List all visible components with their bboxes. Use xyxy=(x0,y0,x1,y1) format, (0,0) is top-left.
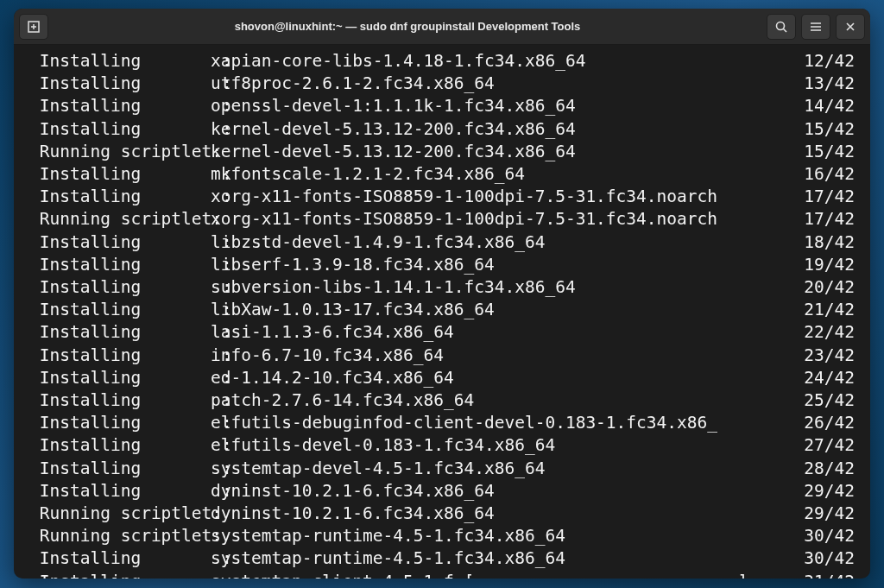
status-label: Installing : xyxy=(29,95,211,117)
progress-count: 20/42 xyxy=(801,276,855,299)
status-label: Installing : xyxy=(29,254,211,276)
output-line: Running scriptlet: kernel-devel-5.13.12-… xyxy=(29,141,855,163)
status-label: Installing : xyxy=(29,163,211,186)
output-line: Running scriptlet: systemtap-runtime-4.5… xyxy=(29,525,855,547)
status-label: Installing : xyxy=(29,547,211,570)
status-label: Installing : xyxy=(29,118,211,141)
output-line: Installing : libzstd-devel-1.4.9-1.fc34.… xyxy=(29,231,855,254)
output-line: Installing : kernel-devel-5.13.12-200.fc… xyxy=(29,118,855,141)
package-name: dyninst-10.2.1-6.fc34.x86_64 xyxy=(211,480,801,503)
output-line: Installing : lasi-1.1.3-6.fc34.x86_6422/… xyxy=(29,321,855,344)
status-label: Installing : xyxy=(29,50,211,73)
output-line: Installing : elfutils-devel-0.183-1.fc34… xyxy=(29,434,855,457)
status-label: Running scriptlet: xyxy=(29,525,211,547)
package-name: libserf-1.3.9-18.fc34.x86_64 xyxy=(211,254,801,276)
titlebar: shovon@linuxhint:~ — sudo dnf groupinsta… xyxy=(14,9,870,45)
output-line: Installing : dyninst-10.2.1-6.fc34.x86_6… xyxy=(29,480,855,503)
new-tab-button[interactable] xyxy=(19,14,48,40)
progress-count: 30/42 xyxy=(801,525,855,547)
package-name: mkfontscale-1.2.1-2.fc34.x86_64 xyxy=(211,163,801,186)
output-line: Running scriptlet: xorg-x11-fonts-ISO885… xyxy=(29,208,855,231)
output-line: Installing : patch-2.7.6-14.fc34.x86_642… xyxy=(29,389,855,412)
package-name: kernel-devel-5.13.12-200.fc34.x86_64 xyxy=(211,141,801,163)
status-label: Installing : xyxy=(29,480,211,503)
status-label: Installing : xyxy=(29,186,211,208)
output-line: Installing : libserf-1.3.9-18.fc34.x86_6… xyxy=(29,254,855,276)
progress-count: 26/42 xyxy=(801,412,855,434)
progress-count: 28/42 xyxy=(801,458,855,480)
close-icon xyxy=(843,20,857,34)
status-label: Installing : xyxy=(29,458,211,480)
progress-count: 12/42 xyxy=(801,50,855,73)
progress-count: 31/42 xyxy=(801,571,855,579)
svg-point-3 xyxy=(777,22,785,29)
package-name: systemtap-runtime-4.5-1.fc34.x86_64 xyxy=(211,525,801,547)
output-line: Installing : info-6.7-10.fc34.x86_6423/4… xyxy=(29,345,855,367)
search-button[interactable] xyxy=(767,14,796,40)
output-line: Installing : systemtap-runtime-4.5-1.fc3… xyxy=(29,547,855,570)
progress-count: 25/42 xyxy=(801,389,855,412)
package-name: libzstd-devel-1.4.9-1.fc34.x86_64 xyxy=(211,231,801,254)
package-name: kernel-devel-5.13.12-200.fc34.x86_64 xyxy=(211,118,801,141)
package-name: subversion-libs-1.14.1-1.fc34.x86_64 xyxy=(211,276,801,299)
output-line: Installing : xorg-x11-fonts-ISO8859-1-10… xyxy=(29,186,855,208)
progress-count: 17/42 xyxy=(801,208,855,231)
package-name: dyninst-10.2.1-6.fc34.x86_64 xyxy=(211,503,801,525)
progress-count: 30/42 xyxy=(801,547,855,570)
progress-count: 17/42 xyxy=(801,186,855,208)
progress-count: 27/42 xyxy=(801,434,855,457)
package-name: systemtap-runtime-4.5-1.fc34.x86_64 xyxy=(211,547,801,570)
status-label: Installing : xyxy=(29,434,211,457)
package-name: xapian-core-libs-1.4.18-1.fc34.x86_64 xyxy=(211,50,801,73)
progress-count: 29/42 xyxy=(801,480,855,503)
hamburger-icon xyxy=(809,20,823,34)
package-name: patch-2.7.6-14.fc34.x86_64 xyxy=(211,389,801,412)
status-label: Installing : xyxy=(29,389,211,412)
package-name: elfutils-devel-0.183-1.fc34.x86_64 xyxy=(211,434,801,457)
output-line: Installing : openssl-devel-1:1.1.1k-1.fc… xyxy=(29,95,855,117)
status-label: Installing : xyxy=(29,231,211,254)
status-label: Installing : xyxy=(29,345,211,367)
status-label: Installing : xyxy=(29,571,211,579)
menu-button[interactable] xyxy=(801,14,830,40)
progress-count: 16/42 xyxy=(801,163,855,186)
status-label: Installing : xyxy=(29,276,211,299)
window-controls xyxy=(767,14,865,40)
status-label: Running scriptlet: xyxy=(29,503,211,525)
output-line: Installing : subversion-libs-1.14.1-1.fc… xyxy=(29,276,855,299)
package-name: xorg-x11-fonts-ISO8859-1-100dpi-7.5-31.f… xyxy=(211,208,801,231)
progress-count: 18/42 xyxy=(801,231,855,254)
package-name: elfutils-debuginfod-client-devel-0.183-1… xyxy=(211,412,801,434)
search-icon xyxy=(774,20,788,34)
progress-count: 14/42 xyxy=(801,95,855,117)
progress-count: 19/42 xyxy=(801,254,855,276)
package-name: xorg-x11-fonts-ISO8859-1-100dpi-7.5-31.f… xyxy=(211,186,801,208)
package-name: info-6.7-10.fc34.x86_64 xyxy=(211,345,801,367)
output-line: Installing : systemtap-client-4.5-1.f [=… xyxy=(29,571,855,579)
output-line: Installing : elfutils-debuginfod-client-… xyxy=(29,412,855,434)
output-line: Installing : mkfontscale-1.2.1-2.fc34.x8… xyxy=(29,163,855,186)
output-line: Installing : ed-1.14.2-10.fc34.x86_6424/… xyxy=(29,367,855,389)
progress-count: 24/42 xyxy=(801,367,855,389)
close-button[interactable] xyxy=(836,14,865,40)
terminal-window: shovon@linuxhint:~ — sudo dnf groupinsta… xyxy=(14,9,870,579)
new-tab-icon xyxy=(27,20,41,34)
output-line: Installing : systemtap-devel-4.5-1.fc34.… xyxy=(29,458,855,480)
terminal-output[interactable]: Installing : xapian-core-libs-1.4.18-1.f… xyxy=(14,45,870,579)
progress-count: 29/42 xyxy=(801,503,855,525)
package-name: systemtap-devel-4.5-1.fc34.x86_64 xyxy=(211,458,801,480)
progress-count: 13/42 xyxy=(801,73,855,95)
output-line: Installing : xapian-core-libs-1.4.18-1.f… xyxy=(29,50,855,73)
package-name: systemtap-client-4.5-1.f [============= … xyxy=(211,571,801,579)
window-title: shovon@linuxhint:~ — sudo dnf groupinsta… xyxy=(48,20,767,33)
svg-line-4 xyxy=(784,28,787,32)
status-label: Installing : xyxy=(29,299,211,321)
package-name: openssl-devel-1:1.1.1k-1.fc34.x86_64 xyxy=(211,95,801,117)
status-label: Installing : xyxy=(29,412,211,434)
status-label: Installing : xyxy=(29,73,211,95)
status-label: Installing : xyxy=(29,321,211,344)
progress-count: 15/42 xyxy=(801,118,855,141)
progress-count: 22/42 xyxy=(801,321,855,344)
output-line: Installing : utf8proc-2.6.1-2.fc34.x86_6… xyxy=(29,73,855,95)
progress-count: 15/42 xyxy=(801,141,855,163)
